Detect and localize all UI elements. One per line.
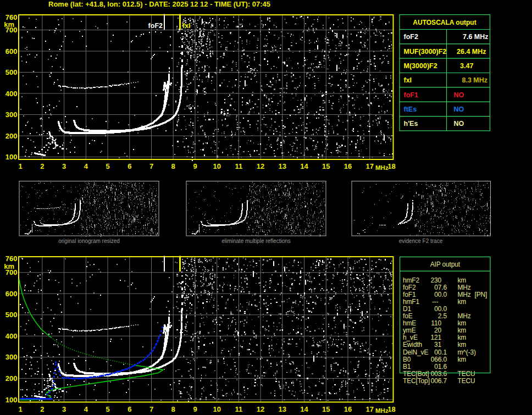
svg-text:4: 4 xyxy=(84,162,88,170)
svg-text:00.1: 00.1 xyxy=(434,348,447,356)
svg-text:8.3 MHz: 8.3 MHz xyxy=(462,76,487,84)
svg-text:31: 31 xyxy=(434,341,442,348)
svg-text:400: 400 xyxy=(5,332,18,340)
svg-text:2: 2 xyxy=(40,162,44,170)
svg-text:1: 1 xyxy=(19,162,23,170)
svg-text:300: 300 xyxy=(5,353,18,361)
svg-text:NO: NO xyxy=(454,91,464,99)
svg-text:4: 4 xyxy=(84,405,88,413)
svg-text:MHz: MHz xyxy=(375,164,389,171)
svg-text:1: 1 xyxy=(19,405,23,413)
svg-text:original ionogram resized: original ionogram resized xyxy=(58,238,120,244)
svg-text:400: 400 xyxy=(5,90,18,98)
svg-text:13: 13 xyxy=(279,162,286,170)
svg-text:MHz: MHz xyxy=(458,291,471,298)
svg-text:Ewidth: Ewidth xyxy=(403,341,422,348)
svg-text:17: 17 xyxy=(365,162,373,170)
svg-text:km: km xyxy=(458,341,467,348)
svg-text:7.6 MHz: 7.6 MHz xyxy=(463,33,489,41)
svg-text:MHz: MHz xyxy=(458,284,471,291)
svg-text:14: 14 xyxy=(300,405,308,413)
svg-text:700: 700 xyxy=(5,268,18,276)
svg-text:16: 16 xyxy=(344,405,352,413)
svg-text:003.6: 003.6 xyxy=(431,370,447,378)
svg-text:hmF1: hmF1 xyxy=(403,298,420,306)
svg-text:700: 700 xyxy=(5,26,18,34)
svg-text:eliminate multiple reflections: eliminate multiple reflections xyxy=(221,238,291,244)
svg-text:200: 200 xyxy=(5,132,18,140)
svg-text:9: 9 xyxy=(193,405,197,413)
svg-text:hmE: hmE xyxy=(403,319,416,327)
svg-text:3: 3 xyxy=(62,162,66,170)
svg-text:m^(-3): m^(-3) xyxy=(458,348,476,356)
svg-text:km: km xyxy=(458,319,467,327)
svg-text:8: 8 xyxy=(171,405,175,413)
svg-text:AUTOSCALA output: AUTOSCALA output xyxy=(413,19,476,26)
svg-text:6: 6 xyxy=(128,405,131,413)
svg-text:26.4 MHz: 26.4 MHz xyxy=(457,48,486,56)
svg-text:500: 500 xyxy=(5,68,18,76)
svg-text:8: 8 xyxy=(171,162,175,170)
svg-text:foE: foE xyxy=(403,312,413,320)
svg-text:10: 10 xyxy=(213,162,220,170)
svg-text:100: 100 xyxy=(5,396,18,404)
svg-text:2.5: 2.5 xyxy=(438,312,447,320)
svg-text:TEC[Top]: TEC[Top] xyxy=(403,377,430,385)
svg-text:foF1: foF1 xyxy=(403,291,416,298)
svg-text:00.0: 00.0 xyxy=(434,291,447,298)
svg-text:h'Es: h'Es xyxy=(404,120,418,128)
svg-text:12: 12 xyxy=(257,162,264,170)
svg-text:km: km xyxy=(458,298,467,306)
svg-text:6: 6 xyxy=(128,162,131,170)
svg-text:500: 500 xyxy=(5,311,18,319)
svg-text:AIP output: AIP output xyxy=(430,261,461,268)
svg-text:066.0: 066.0 xyxy=(431,356,447,363)
svg-text:11: 11 xyxy=(235,162,243,170)
svg-text:11: 11 xyxy=(235,405,243,413)
svg-text:10: 10 xyxy=(213,405,220,413)
svg-text:2: 2 xyxy=(40,405,44,413)
svg-text:evidence F2 trace: evidence F2 trace xyxy=(399,238,443,244)
svg-text:3: 3 xyxy=(62,405,66,413)
svg-text:ymE: ymE xyxy=(403,327,416,334)
svg-text:km: km xyxy=(458,327,467,334)
svg-text:121: 121 xyxy=(430,334,441,341)
svg-text:200: 200 xyxy=(5,374,18,383)
svg-text:B1: B1 xyxy=(403,363,411,370)
svg-text:TEC[Bot]: TEC[Bot] xyxy=(403,370,429,378)
svg-text:NO: NO xyxy=(454,120,464,128)
svg-text:12: 12 xyxy=(257,405,264,413)
svg-text:MHz: MHz xyxy=(375,407,389,414)
svg-text:17: 17 xyxy=(365,405,373,413)
svg-text:13: 13 xyxy=(279,405,286,413)
svg-text:fxI: fxI xyxy=(404,76,412,84)
svg-text:Rome (lat: +41.8, lon: 012.5): Rome (lat: +41.8, lon: 012.5) - DATE: 20… xyxy=(48,0,270,8)
svg-text:km: km xyxy=(458,276,467,284)
svg-text:01.6: 01.6 xyxy=(434,363,447,370)
svg-text:ftEs: ftEs xyxy=(404,106,417,113)
svg-text:16: 16 xyxy=(344,162,352,170)
svg-text:NO: NO xyxy=(454,106,464,113)
svg-text:15: 15 xyxy=(322,162,330,170)
svg-text:km: km xyxy=(458,334,467,341)
svg-text:fxI: fxI xyxy=(182,22,191,30)
svg-text:DelN_vE: DelN_vE xyxy=(403,348,428,356)
svg-text:MHz: MHz xyxy=(458,312,471,320)
svg-text:TECU: TECU xyxy=(458,370,475,378)
svg-text:07.6: 07.6 xyxy=(434,284,447,291)
svg-text:7: 7 xyxy=(149,405,153,413)
svg-text:foF2: foF2 xyxy=(403,284,416,291)
svg-text:3.47: 3.47 xyxy=(460,62,473,70)
svg-text:MUF(3000)F2: MUF(3000)F2 xyxy=(404,48,447,56)
svg-text:foF1: foF1 xyxy=(404,91,418,99)
svg-text:110: 110 xyxy=(431,319,441,327)
svg-text:300: 300 xyxy=(5,110,18,119)
svg-text:14: 14 xyxy=(300,162,308,170)
svg-text:B0: B0 xyxy=(403,356,411,363)
svg-text:foF2: foF2 xyxy=(404,33,418,41)
svg-text:TECU: TECU xyxy=(458,377,475,385)
svg-text:hmF2: hmF2 xyxy=(403,276,420,284)
svg-text:18: 18 xyxy=(387,405,395,413)
svg-text:5: 5 xyxy=(106,405,109,413)
svg-text:h_vE: h_vE xyxy=(403,334,418,341)
